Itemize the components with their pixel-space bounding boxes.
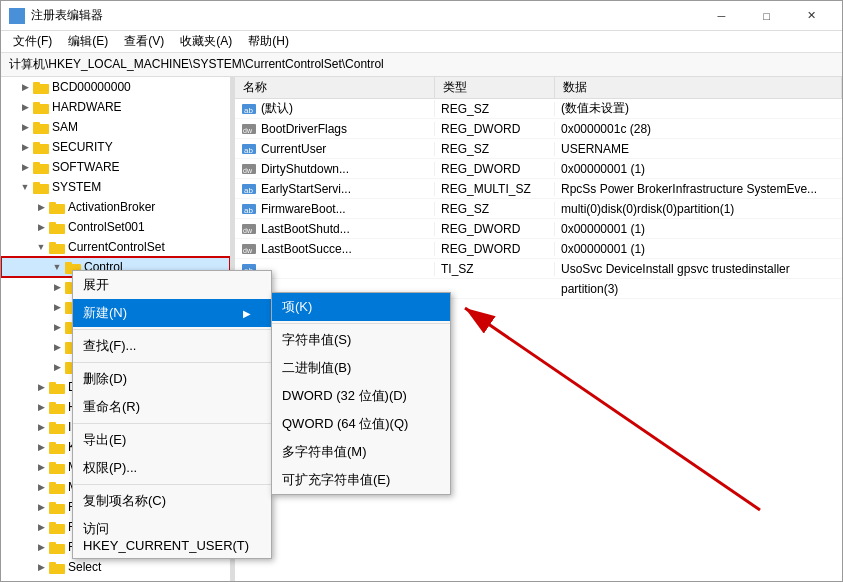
reg-cell-data-8: UsoSvc DeviceInstall gpsvc trustedinstal… [555, 262, 842, 276]
ctx-expand[interactable]: 展开 [73, 271, 271, 299]
ctx-new[interactable]: 新建(N) ▶ [73, 299, 271, 327]
tree-item-security[interactable]: ▶ SECURITY [1, 137, 230, 157]
tree-item-currentcontrolset[interactable]: ▼ CurrentControlSet [1, 237, 230, 257]
reg-row-4[interactable]: ab EarlyStartServi... REG_MULTI_SZ RpcSs… [235, 179, 842, 199]
svg-rect-11 [33, 142, 40, 145]
expander-keyboard: ▶ [33, 439, 49, 455]
reg-cell-type-7: REG_DWORD [435, 242, 555, 256]
submenu-key[interactable]: 项(K) [272, 293, 450, 321]
submenu-expandstring[interactable]: 可扩充字符串值(E) [272, 466, 450, 494]
submenu-binary[interactable]: 二进制值(B) [272, 354, 450, 382]
reg-row-0[interactable]: ab (默认) REG_SZ (数值未设置) [235, 99, 842, 119]
ctx-access[interactable]: 访问 HKEY_CURRENT_USER(T) [73, 515, 271, 558]
menu-favorites[interactable]: 收藏夹(A) [172, 31, 240, 52]
reg-row-7[interactable]: dw LastBootSucce... REG_DWORD 0x00000001… [235, 239, 842, 259]
svg-rect-6 [33, 104, 49, 114]
ctx-find[interactable]: 查找(F)... [73, 332, 271, 360]
svg-rect-0 [10, 9, 16, 15]
svg-rect-17 [49, 202, 56, 205]
reg-cell-data-7: 0x00000001 (1) [555, 242, 842, 256]
submenu-string[interactable]: 字符串值(S) [272, 326, 450, 354]
svg-rect-46 [49, 504, 65, 514]
svg-rect-45 [49, 482, 56, 485]
svg-rect-49 [49, 522, 56, 525]
close-button[interactable]: ✕ [789, 1, 834, 31]
expander-bcd: ▶ [17, 79, 33, 95]
reg-cell-name-2: ab CurrentUser [235, 142, 435, 156]
reg-icon-7: dw [241, 242, 257, 256]
maximize-button[interactable]: □ [744, 1, 789, 31]
ctx-new-arrow: ▶ [243, 308, 251, 319]
label-sam: SAM [52, 120, 78, 134]
folder-icon-controlset001 [49, 220, 65, 234]
minimize-button[interactable]: ─ [699, 1, 744, 31]
tree-item-hardware[interactable]: ▶ HARDWARE [1, 97, 230, 117]
registry-header: 名称 类型 数据 [235, 77, 842, 99]
ctx-copy[interactable]: 复制项名称(C) [73, 487, 271, 515]
submenu-multistring[interactable]: 多字符串值(M) [272, 438, 450, 466]
reg-cell-name-4: ab EarlyStartServi... [235, 182, 435, 196]
svg-rect-42 [49, 464, 65, 474]
menu-edit[interactable]: 编辑(E) [60, 31, 116, 52]
ctx-rename[interactable]: 重命名(R) [73, 393, 271, 421]
svg-rect-13 [33, 162, 40, 165]
folder-icon-activationbroker [49, 200, 65, 214]
ctx-delete[interactable]: 删除(D) [73, 365, 271, 393]
menu-view[interactable]: 查看(V) [116, 31, 172, 52]
tree-item-select[interactable]: ▶ Select [1, 557, 230, 577]
menu-file[interactable]: 文件(F) [5, 31, 60, 52]
svg-rect-23 [65, 262, 72, 265]
folder-icon-security [33, 140, 49, 154]
tree-item-bcd[interactable]: ▶ BCD00000000 [1, 77, 230, 97]
expander-driverdata: ▶ [33, 379, 49, 395]
tree-item-system[interactable]: ▼ SYSTEM [1, 177, 230, 197]
folder-icon-bcd [33, 80, 49, 94]
reg-row-8[interactable]: ab ... TI_SZ UsoSvc DeviceInstall gpsvc … [235, 259, 842, 279]
submenu-dword[interactable]: DWORD (32 位值)(D) [272, 382, 450, 410]
reg-icon-3: dw [241, 162, 257, 176]
tree-item-software[interactable]: ▶ SOFTWARE [1, 157, 230, 177]
folder-icon-currentcontrolset [49, 240, 65, 254]
reg-row-5[interactable]: ab FirmwareBoot... REG_SZ multi(0)disk(0… [235, 199, 842, 219]
svg-text:ab: ab [244, 206, 253, 215]
label-security: SECURITY [52, 140, 113, 154]
svg-text:ab: ab [244, 106, 253, 115]
svg-rect-25 [65, 282, 72, 285]
label-system: SYSTEM [52, 180, 101, 194]
svg-text:dw: dw [243, 127, 253, 134]
tree-item-controlset001[interactable]: ▶ ControlSet001 [1, 217, 230, 237]
reg-row-3[interactable]: dw DirtyShutdown... REG_DWORD 0x00000001… [235, 159, 842, 179]
expander-hardware3: ▶ [33, 399, 49, 415]
app-icon [9, 8, 25, 24]
svg-rect-47 [49, 502, 56, 505]
folder-icon-hardware [33, 100, 49, 114]
svg-rect-53 [49, 562, 56, 565]
svg-rect-8 [33, 124, 49, 134]
svg-rect-48 [49, 524, 65, 534]
address-text: 计算机\HKEY_LOCAL_MACHINE\SYSTEM\CurrentCon… [9, 56, 384, 73]
svg-rect-14 [33, 184, 49, 194]
reg-row-1[interactable]: dw BootDriverFlags REG_DWORD 0x0000001c … [235, 119, 842, 139]
svg-text:dw: dw [243, 247, 253, 254]
svg-rect-12 [33, 164, 49, 174]
folder-icon-mountedd [49, 480, 65, 494]
menu-help[interactable]: 帮助(H) [240, 31, 297, 52]
reg-cell-type-5: REG_SZ [435, 202, 555, 216]
expander-software: ▶ [17, 159, 33, 175]
expander-currentcontrolset: ▼ [33, 239, 49, 255]
reg-row-6[interactable]: dw LastBootShutd... REG_DWORD 0x00000001… [235, 219, 842, 239]
reg-cell-type-4: REG_MULTI_SZ [435, 182, 555, 196]
label-hardware: HARDWARE [52, 100, 122, 114]
window-controls: ─ □ ✕ [699, 1, 834, 31]
ctx-permissions[interactable]: 权限(P)... [73, 454, 271, 482]
folder-icon-resourcepolicystore [49, 520, 65, 534]
tree-item-sam[interactable]: ▶ SAM [1, 117, 230, 137]
ctx-export[interactable]: 导出(E) [73, 426, 271, 454]
reg-row-2[interactable]: ab CurrentUser REG_SZ USERNAME [235, 139, 842, 159]
reg-cell-data-4: RpcSs Power BrokerInfrastructure SystemE… [555, 182, 842, 196]
submenu-qword[interactable]: QWORD (64 位值)(Q) [272, 410, 450, 438]
tree-item-activationbroker[interactable]: ▶ ActivationBroker [1, 197, 230, 217]
reg-cell-data-3: 0x00000001 (1) [555, 162, 842, 176]
folder-icon-resourcemanager [49, 500, 65, 514]
reg-cell-name-3: dw DirtyShutdown... [235, 162, 435, 176]
